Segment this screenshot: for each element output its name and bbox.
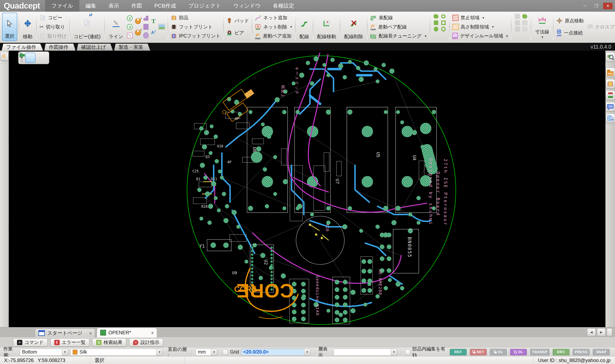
text-attr-button[interactable]: AT (151, 29, 156, 36)
copper-polygon-outline-button[interactable] (441, 14, 446, 18)
preview-panel-button[interactable] (606, 52, 615, 62)
tab-file-operations[interactable]: ファイル操作 (2, 44, 43, 51)
bundle-route-button[interactable]: 束配線 (370, 13, 427, 22)
snap-toggle[interactable]: SNAP (593, 349, 610, 355)
tab-list-button[interactable] (607, 328, 612, 336)
copper-rect-filled-button[interactable] (434, 21, 438, 25)
route-button[interactable]: 配線 (297, 13, 311, 41)
net-delete-button[interactable]: ネット削除▼ (255, 22, 292, 31)
design-rule-area-button[interactable]: RULEデザインルール領域▼ (452, 32, 508, 40)
menu-project[interactable]: プロジェクト (182, 0, 227, 12)
grid-checkbox[interactable] (223, 350, 228, 355)
scroll-right-button[interactable]: ▶ (597, 328, 606, 336)
grid-size-select[interactable]: <20.0/20.0> ▼ (241, 349, 311, 356)
menu-settings[interactable]: 各種設定 (267, 0, 300, 12)
menu-draw[interactable]: 作図 (125, 0, 148, 12)
polygon-button[interactable] (143, 15, 149, 22)
arc2-button[interactable]: 2 (135, 18, 141, 25)
height-limit-area-button[interactable]: 高さ制限領域▼ (452, 22, 508, 31)
copper-polygon-filled-button[interactable] (433, 14, 438, 19)
net-add-button[interactable]: ネット追加 (255, 13, 292, 22)
tab-opener-board[interactable]: OPENER* x (97, 328, 157, 337)
text-button[interactable]: T (151, 18, 156, 25)
diff-pair-route-button[interactable]: PAIR差動ペア配線 (370, 22, 427, 31)
pad-button[interactable]: パッド (226, 16, 249, 25)
transp-toggle[interactable]: TRANSP (530, 349, 550, 355)
route-move-button[interactable]: 配線移動 (315, 13, 339, 41)
one-point-connect-button[interactable]: GND一点接続 (556, 28, 584, 38)
via-button[interactable]: ビア (226, 28, 249, 38)
float-select-button[interactable] (25, 53, 36, 63)
menu-window[interactable]: ウィンドウ (227, 0, 267, 12)
route-delete-button[interactable]: 配線削除 (342, 13, 366, 41)
maximize-button[interactable]: ❐ (592, 3, 601, 9)
menu-edit[interactable]: 編集 (79, 0, 102, 12)
ref-toggle[interactable]: REF (450, 349, 467, 355)
close-tab-icon[interactable]: x (151, 330, 154, 335)
copper-edit-disabled-button[interactable] (515, 27, 520, 32)
keepout-area-button[interactable]: 禁止領域▼ (452, 13, 508, 22)
copper-ellipse-filled-button[interactable] (434, 27, 438, 32)
arc3-button[interactable]: 3 (135, 29, 141, 36)
copper-pour-button[interactable] (522, 14, 527, 19)
copper-delete-disabled-button[interactable] (522, 27, 527, 32)
close-tab-icon[interactable]: x (89, 331, 92, 336)
copy-repeat-button[interactable]: ⇄ コピー(連続) (71, 13, 103, 41)
pen-edit-button[interactable] (127, 32, 133, 39)
origin-move-button[interactable]: 原点移動 (556, 16, 584, 25)
layer-panel-button[interactable] (606, 91, 615, 100)
select-tool-button[interactable]: 選択 (2, 13, 17, 41)
paste-button[interactable]: 貼り付け (39, 32, 67, 40)
move-tool-button[interactable]: 移動 (21, 13, 35, 41)
close-button[interactable]: ✕ (603, 3, 613, 9)
work-layer-select[interactable]: Bottom ▼ (20, 349, 68, 356)
copper-rect-outline-button[interactable] (441, 21, 446, 25)
copy-button[interactable]: コピー (39, 13, 67, 22)
part-button[interactable]: 部品 (171, 13, 221, 22)
menu-pcb-create[interactable]: PCB作成 (148, 0, 182, 12)
menu-view[interactable]: 表示 (102, 0, 125, 12)
tab-error-list[interactable]: Eエラー一覧 (51, 338, 89, 347)
line-tool-button[interactable]: ライン (106, 13, 126, 41)
dimension-button[interactable]: 寸法線▼ (533, 13, 552, 41)
cross-probe-button[interactable]: クロスプロ (586, 22, 615, 31)
rectangle-button[interactable] (143, 23, 149, 30)
scroll-left-button[interactable]: ◀ (587, 328, 596, 336)
tab-check-finish[interactable]: 確認仕上げ (77, 44, 113, 51)
footprint-button[interactable]: フットプリント (171, 22, 221, 31)
tab-design-instructions[interactable]: ≡設計指示 (129, 338, 163, 347)
object-panel-button[interactable] (606, 102, 615, 112)
image-button[interactable] (158, 23, 165, 30)
tab-start-page[interactable]: スタートページ x (35, 328, 95, 337)
ol-purple-toggle[interactable]: OL (510, 349, 527, 355)
tab-draw-operations[interactable]: 作図操作 (44, 44, 76, 51)
copper-ellipse-outline-button[interactable] (441, 27, 446, 32)
project-panel-button[interactable] (606, 68, 615, 77)
component-edit-checkbox[interactable] (405, 350, 410, 355)
menu-file[interactable]: ファイル (45, 0, 79, 12)
copper-edit-disabled-button[interactable] (515, 14, 520, 19)
copper-hatch-disabled-button[interactable] (522, 20, 527, 25)
length-tuning-button[interactable]: 配線長チューニング▼ (370, 32, 427, 40)
attribute-panel-button[interactable] (606, 114, 615, 123)
doc-list-panel-button[interactable] (0, 52, 8, 61)
unit-select[interactable]: mm ▼ (196, 349, 217, 356)
minimize-button[interactable]: ─ (580, 3, 589, 9)
component-panel-button[interactable] (606, 79, 615, 89)
float-back-button[interactable] (38, 53, 47, 63)
diff-pair-add-button[interactable]: PAIR差動ペア追加 (255, 32, 292, 40)
ipc-footprint-button[interactable]: IIPCフットプリント (171, 32, 221, 40)
vertex2-button[interactable]: 2 (127, 15, 133, 22)
net-toggle[interactable]: NET (470, 349, 487, 355)
copper-edit-disabled-button[interactable] (515, 20, 520, 25)
ol-toggle[interactable]: OL (490, 349, 507, 355)
vertex3-button[interactable]: 3 (127, 23, 133, 30)
ellipse-button[interactable] (143, 32, 149, 39)
drc-toggle[interactable]: DRC (553, 349, 569, 355)
tab-manufacture[interactable]: 製造・実装 (114, 44, 150, 51)
layer-view-select[interactable]: ▼ (334, 349, 397, 356)
pcb-canvas[interactable]: Y1 U2 BN0055 AE-BME280 (9, 51, 605, 327)
tab-search-results[interactable]: Q検索結果 (92, 338, 126, 347)
cut-button[interactable]: ✂切り取り (39, 22, 67, 31)
tab-command[interactable]: >コマンド (13, 338, 48, 347)
